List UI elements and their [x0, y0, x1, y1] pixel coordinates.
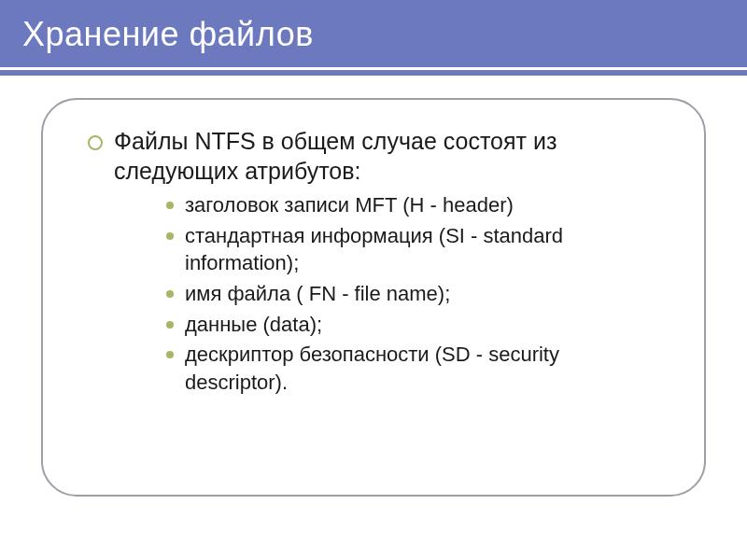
- content-box: Файлы NTFS в общем случае состоят из сле…: [41, 98, 706, 497]
- sub-list: заголовок записи MFT (H - header) станда…: [114, 191, 667, 397]
- header-underline: [0, 73, 747, 76]
- slide-header: Хранение файлов: [0, 0, 747, 70]
- list-item: заголовок записи MFT (H - header): [114, 191, 667, 219]
- content-wrap: Файлы NTFS в общем случае состоят из сле…: [41, 98, 706, 497]
- list-item: стандартная информация (SI - standard in…: [114, 222, 667, 277]
- list-item: имя файла ( FN - file name);: [114, 280, 667, 308]
- list-item: дескриптор безопасности (SD - security d…: [114, 341, 667, 396]
- main-bullet: Файлы NTFS в общем случае состоят из сле…: [90, 126, 667, 397]
- top-list: Файлы NTFS в общем случае состоят из сле…: [90, 126, 667, 397]
- slide-title: Хранение файлов: [22, 15, 747, 54]
- list-item: данные (data);: [114, 311, 667, 339]
- main-bullet-text: Файлы NTFS в общем случае состоят из сле…: [114, 128, 557, 184]
